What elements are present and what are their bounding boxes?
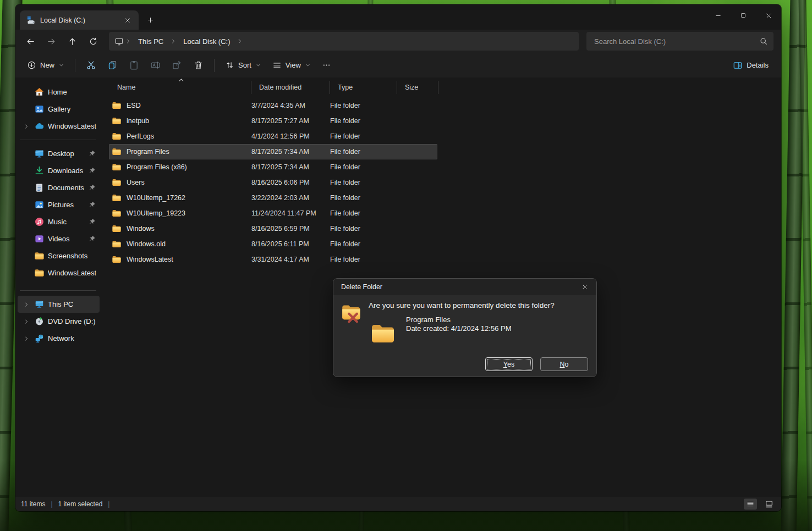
sidebar-item-dvd-drive[interactable]: DVD Drive (D:) CCC — [18, 313, 100, 330]
dialog-title: Delete Folder — [341, 283, 577, 291]
status-bar: 11 items | 1 item selected | — [15, 497, 781, 511]
minimize-button[interactable] — [705, 4, 731, 26]
column-header-size[interactable]: Size — [397, 82, 438, 93]
sidebar-item-gallery[interactable]: Gallery — [18, 101, 100, 118]
sidebar-item-onedrive[interactable]: WindowsLatest - Pe — [18, 118, 100, 135]
file-row-perflogs[interactable]: PerfLogs 4/1/2024 12:56 PM File folder — [109, 129, 437, 144]
tab-close-button[interactable] — [121, 14, 134, 27]
back-arrow-icon — [26, 37, 35, 46]
up-arrow-icon — [68, 37, 77, 46]
folder-icon — [112, 239, 122, 249]
sidebar-item-windowslatest[interactable]: WindowsLatest — [18, 264, 100, 281]
file-row-windowslatest[interactable]: WindowsLatest 3/31/2024 4:17 AM File fol… — [109, 252, 437, 267]
large-icons-view-toggle[interactable] — [762, 499, 776, 510]
search-box[interactable] — [586, 32, 773, 51]
videos-icon — [34, 234, 45, 244]
breadcrumb-chevron-icon — [237, 38, 243, 45]
toolbar-separator — [75, 59, 75, 72]
title-bar: Local Disk (C:) — [15, 4, 781, 30]
breadcrumb-local-disk[interactable]: Local Disk (C:) — [178, 34, 235, 48]
sidebar-item-pictures[interactable]: Pictures — [18, 196, 100, 213]
file-row-w10ultemp-19223[interactable]: W10Ultemp_19223 11/24/2024 11:47 PM File… — [109, 206, 437, 221]
sidebar-item-home[interactable]: Home — [18, 84, 100, 101]
circle-plus-icon — [27, 60, 36, 70]
navigation-bar: This PC Local Disk (C:) — [15, 30, 781, 53]
expand-chevron-icon[interactable] — [22, 301, 31, 308]
yes-button[interactable]: Yes — [485, 357, 533, 371]
breadcrumb-this-pc[interactable]: This PC — [133, 34, 169, 48]
ellipsis-icon — [322, 60, 331, 70]
file-row-windows-old[interactable]: Windows.old 8/16/2025 6:11 PM File folde… — [109, 236, 437, 252]
details-button-label: Details — [747, 61, 769, 69]
folder-icon — [112, 208, 122, 218]
sidebar-item-downloads[interactable]: Downloads — [18, 162, 100, 179]
sort-ascending-icon — [178, 76, 185, 84]
sidebar-item-screenshots[interactable]: Screenshots — [18, 247, 100, 264]
dvd-drive-icon — [34, 316, 45, 327]
file-row-esd[interactable]: ESD 3/7/2024 4:35 AM File folder — [109, 98, 437, 113]
up-button[interactable] — [63, 32, 81, 50]
rename-button[interactable] — [145, 56, 166, 75]
gallery-icon — [34, 104, 45, 114]
new-tab-button[interactable] — [142, 12, 158, 28]
details-pane-button[interactable]: Details — [728, 56, 773, 75]
rename-icon — [150, 60, 161, 70]
details-view-toggle[interactable] — [744, 499, 757, 510]
forward-button[interactable] — [42, 32, 61, 50]
column-header-name[interactable]: Name — [102, 82, 251, 93]
share-icon — [172, 60, 182, 70]
share-button[interactable] — [167, 56, 187, 75]
expand-chevron-icon[interactable] — [22, 335, 31, 342]
column-header-type[interactable]: Type — [330, 82, 397, 93]
sidebar-item-this-pc[interactable]: This PC — [18, 296, 100, 313]
sidebar-item-music[interactable]: Music — [18, 213, 100, 230]
file-explorer-window: Local Disk (C:) This PC Local Disk (C:) — [15, 4, 781, 511]
refresh-button[interactable] — [84, 32, 102, 50]
dialog-title-bar[interactable]: Delete Folder — [333, 279, 596, 295]
pin-icon — [88, 218, 96, 226]
pin-icon — [88, 167, 96, 175]
copy-button[interactable] — [102, 56, 123, 75]
dialog-message: Are you sure you want to permanently del… — [369, 301, 555, 309]
folder-icon — [112, 116, 122, 126]
column-header-date-modified[interactable]: Date modified — [251, 82, 330, 93]
address-bar[interactable]: This PC Local Disk (C:) — [109, 32, 579, 51]
paste-button[interactable] — [124, 56, 144, 75]
folder-icon — [112, 101, 122, 110]
more-options-button[interactable] — [317, 56, 336, 75]
file-row-program-files[interactable]: Program Files 8/17/2025 7:34 AM File fol… — [109, 144, 437, 159]
sidebar-item-documents[interactable]: Documents — [18, 179, 100, 196]
items-count: 11 items — [21, 500, 45, 508]
new-button[interactable]: New — [22, 56, 69, 75]
file-row-w10ultemp-17262[interactable]: W10Ultemp_17262 3/22/2024 2:03 AM File f… — [109, 190, 437, 206]
sidebar-item-desktop[interactable]: Desktop — [18, 145, 100, 162]
expand-chevron-icon[interactable] — [22, 123, 31, 130]
sort-button[interactable]: Sort — [220, 56, 266, 75]
copy-icon — [107, 60, 118, 70]
close-window-button[interactable] — [756, 4, 781, 26]
dialog-close-button[interactable] — [577, 280, 593, 294]
explorer-tab[interactable]: Local Disk (C:) — [20, 10, 139, 30]
search-icon — [759, 37, 768, 46]
refresh-icon — [89, 37, 98, 46]
view-button[interactable]: View — [267, 56, 316, 75]
cut-button[interactable] — [81, 56, 101, 75]
folder-icon — [112, 131, 122, 141]
back-button[interactable] — [21, 32, 40, 50]
no-button[interactable]: No — [540, 357, 588, 371]
maximize-button[interactable] — [731, 4, 756, 26]
window-controls — [705, 4, 781, 26]
delete-button[interactable] — [188, 56, 209, 75]
file-row-users[interactable]: Users 8/16/2025 6:06 PM File folder — [109, 175, 437, 190]
toolbar-separator — [214, 59, 215, 72]
search-input[interactable] — [594, 37, 759, 46]
sidebar-item-network[interactable]: Network — [18, 330, 100, 347]
this-pc-icon — [34, 299, 45, 309]
file-row-inetpub[interactable]: inetpub 8/17/2025 7:27 AM File folder — [109, 113, 437, 129]
breadcrumb-chevron-icon — [125, 38, 131, 45]
file-row-program-files-x86[interactable]: Program Files (x86) 8/17/2025 7:34 AM Fi… — [109, 159, 437, 175]
file-row-windows[interactable]: Windows 8/16/2025 6:59 PM File folder — [109, 221, 437, 236]
expand-chevron-icon[interactable] — [22, 318, 31, 325]
onedrive-cloud-icon — [34, 121, 45, 131]
sidebar-item-videos[interactable]: Videos — [18, 230, 100, 247]
